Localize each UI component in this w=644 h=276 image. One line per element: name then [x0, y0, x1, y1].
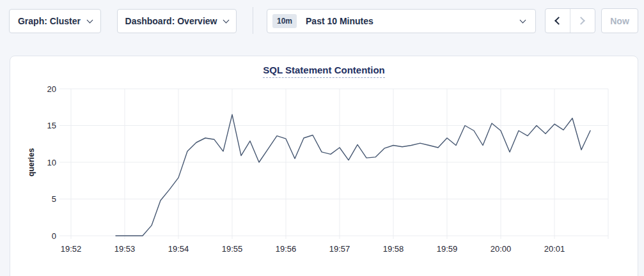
now-button[interactable]: Now	[601, 8, 638, 33]
svg-text:0: 0	[52, 231, 56, 241]
svg-text:20: 20	[47, 84, 56, 94]
chevron-left-icon	[554, 17, 563, 25]
now-button-label: Now	[610, 16, 629, 26]
dashboard-dropdown[interactable]: Dashboard: Overview	[117, 9, 237, 33]
svg-text:19:58: 19:58	[383, 244, 404, 254]
toolbar: Graph: Cluster Dashboard: Overview 10m P…	[0, 0, 644, 43]
chevron-down-icon	[520, 17, 526, 24]
previous-range-button[interactable]	[546, 9, 570, 33]
svg-text:19:56: 19:56	[276, 244, 297, 254]
chevron-down-icon	[87, 17, 93, 23]
svg-text:20:01: 20:01	[544, 244, 565, 254]
svg-text:10: 10	[47, 158, 56, 167]
graph-dropdown-label: Graph: Cluster	[18, 16, 81, 26]
next-range-button[interactable]	[570, 9, 595, 33]
chevron-right-icon	[577, 17, 585, 25]
chevron-down-icon	[223, 17, 230, 23]
time-range-label: Past 10 Minutes	[306, 16, 373, 26]
graph-dropdown[interactable]: Graph: Cluster	[9, 9, 101, 33]
svg-text:19:59: 19:59	[437, 244, 458, 254]
time-step-buttons	[545, 8, 595, 33]
svg-text:19:55: 19:55	[222, 244, 243, 254]
time-range-badge: 10m	[272, 14, 297, 28]
toolbar-divider	[253, 7, 253, 34]
time-range-picker[interactable]: 10m Past 10 Minutes	[267, 9, 536, 33]
svg-text:19:52: 19:52	[61, 244, 82, 254]
svg-text:5: 5	[52, 194, 56, 204]
svg-text:queries: queries	[27, 148, 36, 177]
svg-text:19:54: 19:54	[168, 244, 189, 254]
svg-text:20:00: 20:00	[491, 244, 512, 254]
chart-panel: SQL Statement Contention 0510152019:5219…	[10, 56, 638, 276]
svg-text:19:57: 19:57	[329, 244, 350, 254]
dashboard-dropdown-label: Dashboard: Overview	[125, 16, 217, 26]
svg-text:19:53: 19:53	[114, 244, 136, 254]
sql-statement-contention-chart: 0510152019:5219:5319:5419:5519:5619:5719…	[10, 56, 638, 267]
svg-text:15: 15	[47, 121, 56, 130]
